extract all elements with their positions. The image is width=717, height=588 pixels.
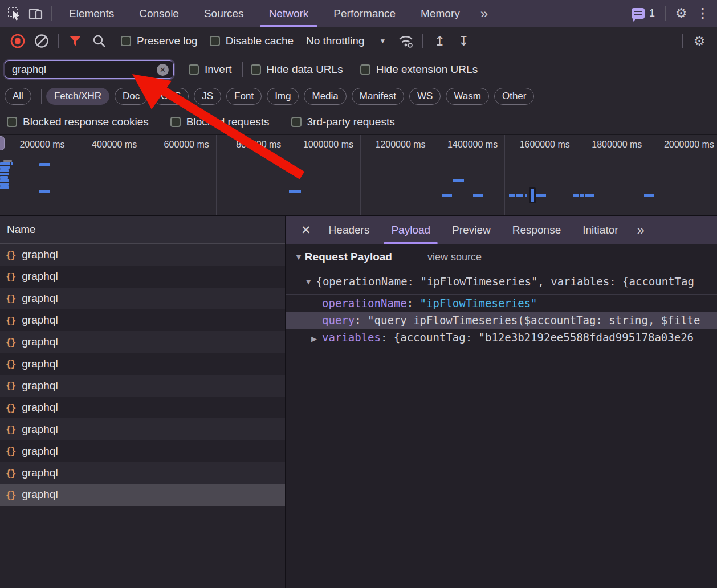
detail-tab-headers[interactable]: Headers — [318, 216, 381, 244]
request-row[interactable]: {}graphql — [0, 244, 285, 266]
throttling-select[interactable]: No throttling ▼ — [306, 35, 386, 47]
filter-funnel-icon[interactable] — [63, 29, 87, 53]
request-row[interactable]: {}graphql — [0, 397, 285, 418]
tab-sources[interactable]: Sources — [192, 0, 256, 27]
more-tabs-icon[interactable]: » — [472, 6, 496, 22]
detail-more-tabs-icon[interactable]: » — [629, 222, 653, 238]
detail-tab-payload[interactable]: Payload — [380, 216, 441, 244]
filter-input[interactable] — [11, 63, 157, 76]
waterfall-bar — [573, 194, 579, 197]
issues-count: 1 — [649, 7, 655, 19]
payload-colon: : — [381, 331, 394, 344]
payload-root-row[interactable]: ▼ {operationName: "ipFlowTimeseries", va… — [286, 272, 717, 291]
hide-extension-urls-checkbox[interactable] — [360, 64, 370, 75]
network-settings-gear-icon[interactable]: ⚙ — [687, 29, 711, 53]
clear-filter-icon[interactable]: ✕ — [157, 64, 169, 76]
payload-value: {accountTag: "b12e3b2192ee5588fdad995178… — [394, 331, 694, 344]
tab-performance[interactable]: Performance — [321, 0, 408, 27]
filter-chip-img[interactable]: Img — [267, 88, 299, 105]
filter-chip-doc[interactable]: Doc — [115, 88, 148, 105]
network-conditions-icon[interactable] — [394, 29, 418, 53]
overview-scroll-handle[interactable] — [0, 136, 5, 150]
waterfall-bar — [0, 169, 9, 172]
timeline-tick-label: 800000 ms — [217, 135, 289, 215]
clear-network-log-icon[interactable] — [30, 29, 54, 53]
tab-console[interactable]: Console — [127, 0, 192, 27]
section-collapse-icon[interactable]: ▼ — [295, 252, 303, 262]
payload-row-query[interactable]: query: "query ipFlowTimeseries($accountT… — [286, 312, 717, 329]
payload-row-variables[interactable]: ▶variables: {accountTag: "b12e3b2192ee55… — [286, 329, 717, 346]
request-name: graphql — [22, 358, 58, 370]
request-row[interactable]: {}graphql — [0, 440, 285, 462]
filter-chip-other[interactable]: Other — [494, 88, 535, 105]
separator — [51, 6, 52, 21]
waterfall-bar — [525, 194, 527, 197]
detail-tab-initiator[interactable]: Initiator — [572, 216, 629, 244]
record-network-log-icon[interactable] — [6, 29, 30, 53]
kebab-menu-icon[interactable]: ⋮ — [692, 2, 714, 25]
close-detail-icon[interactable]: ✕ — [294, 223, 318, 237]
request-row[interactable]: {}graphql — [0, 266, 285, 287]
json-braces-icon: {} — [6, 358, 15, 369]
filter-chip-font[interactable]: Font — [226, 88, 262, 105]
tab-elements[interactable]: Elements — [56, 0, 127, 27]
filter-row: ✕ Invert Hide data URLs Hide extension U… — [0, 55, 717, 84]
payload-panel: ▼ Request Payload view source ▼ {operati… — [286, 244, 717, 346]
search-icon[interactable] — [87, 29, 111, 53]
timeline-tick-label: 400000 ms — [72, 135, 145, 215]
filter-chip-fetch-xhr[interactable]: Fetch/XHR — [46, 88, 109, 105]
network-overview-timeline[interactable]: 200000 ms400000 ms600000 ms800000 ms1000… — [0, 134, 717, 216]
tab-memory[interactable]: Memory — [408, 0, 472, 27]
preserve-log-checkbox[interactable] — [121, 36, 131, 46]
issues-button[interactable]: 1 — [626, 7, 661, 19]
hide-extension-urls-label: Hide extension URLs — [376, 63, 478, 76]
settings-gear-icon[interactable]: ⚙ — [670, 2, 692, 25]
request-row[interactable]: {}graphql — [0, 462, 285, 484]
request-row[interactable]: {}graphql — [0, 484, 285, 505]
export-har-icon[interactable]: ↧ — [451, 29, 475, 53]
waterfall-bar — [11, 162, 13, 165]
request-row[interactable]: {}graphql — [0, 309, 285, 331]
detail-tab-response[interactable]: Response — [502, 216, 572, 244]
filter-chip-manifest[interactable]: Manifest — [352, 88, 404, 105]
request-row[interactable]: {}graphql — [0, 353, 285, 374]
filter-chip-js[interactable]: JS — [194, 88, 221, 105]
invert-checkbox[interactable] — [189, 64, 199, 75]
tab-network[interactable]: Network — [256, 0, 321, 27]
disable-cache-checkbox[interactable] — [210, 36, 220, 46]
request-row[interactable]: {}graphql — [0, 418, 285, 440]
collapse-icon[interactable]: ▼ — [306, 277, 311, 286]
3rd-party-requests-checkbox[interactable] — [291, 117, 302, 127]
request-row[interactable]: {}graphql — [0, 331, 285, 353]
issues-icon — [632, 8, 645, 19]
import-har-icon[interactable]: ↥ — [427, 29, 451, 53]
name-column-header[interactable]: Name — [0, 216, 285, 244]
device-toolbar-icon[interactable] — [25, 2, 47, 25]
detail-tab-preview[interactable]: Preview — [441, 216, 502, 244]
expand-icon[interactable]: ▶ — [311, 330, 322, 346]
request-name: graphql — [22, 314, 58, 326]
filter-chip-wasm[interactable]: Wasm — [446, 88, 489, 105]
inspect-element-icon[interactable] — [3, 2, 25, 25]
blocked-response-cookies-checkbox[interactable] — [7, 117, 17, 127]
payload-key: variables — [322, 331, 381, 344]
hide-data-urls-checkbox[interactable] — [251, 64, 261, 75]
waterfall-bar — [289, 190, 301, 193]
request-row[interactable]: {}graphql — [0, 288, 285, 309]
filter-chip-css[interactable]: CSS — [153, 88, 189, 105]
blocked-requests-checkbox[interactable] — [170, 117, 181, 127]
throttling-value: No throttling — [306, 35, 364, 47]
payload-preview-text: {operationName: "ipFlowTimeseries", vari… — [316, 275, 694, 288]
request-detail-panel: ✕ HeadersPayloadPreviewResponseInitiator… — [286, 216, 717, 588]
filter-chip-media[interactable]: Media — [304, 88, 346, 105]
waterfall-bar — [0, 183, 9, 186]
filter-chip-ws[interactable]: WS — [409, 88, 441, 105]
timeline-tick-label: 1800000 ms — [577, 135, 650, 215]
blocked-response-cookies-label: Blocked response cookies — [23, 116, 149, 128]
view-source-link[interactable]: view source — [427, 251, 482, 263]
filter-chip-all[interactable]: All — [5, 88, 31, 105]
timeline-tick-label: 600000 ms — [144, 135, 217, 215]
payload-value: "query ipFlowTimeseries($accountTag: str… — [368, 314, 700, 326]
request-row[interactable]: {}graphql — [0, 375, 285, 397]
payload-row-operationname[interactable]: operationName: "ipFlowTimeseries" — [286, 295, 717, 312]
